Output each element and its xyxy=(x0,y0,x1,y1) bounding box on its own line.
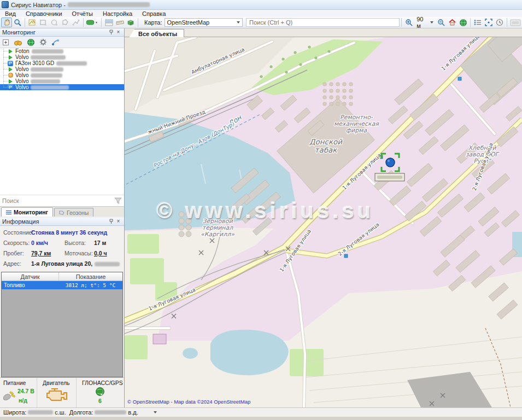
map-image[interactable]: ДонРостов-на-Дону - Азов (ДонТур)Амбулат… xyxy=(125,37,522,407)
menu-view[interactable]: Вид xyxy=(0,10,21,17)
expand-all-icon[interactable] xyxy=(2,39,9,46)
pan-tool-button[interactable] xyxy=(1,18,12,27)
globe-icon xyxy=(459,19,467,27)
power-label: Питание xyxy=(3,380,26,386)
show-all-objects-button[interactable] xyxy=(458,18,468,27)
sensor-row-selected[interactable]: Топливо 3812 л; t°: 5 °C xyxy=(2,281,122,289)
close-icon[interactable]: × xyxy=(115,218,122,225)
engine-hours-label: Моточасы: xyxy=(64,250,93,256)
route-tool-button[interactable] xyxy=(71,18,81,27)
tree-item-vehicle[interactable]: Volvo xyxy=(0,72,124,78)
menu-reports[interactable]: Отчёты xyxy=(67,10,98,17)
speed-label: Скорость: xyxy=(3,240,30,246)
map-provider-label: Карта: xyxy=(144,19,162,26)
minimap-button[interactable] xyxy=(509,18,522,27)
tree-item-vehicle[interactable]: Foton xyxy=(0,48,124,54)
pin-icon[interactable] xyxy=(108,218,115,225)
menu-help[interactable]: Справка xyxy=(137,10,171,17)
power-status: н/д xyxy=(19,397,27,404)
rectangle-zone-icon xyxy=(39,19,47,26)
longitude-units: в.д. xyxy=(128,409,138,416)
history-time-button[interactable] xyxy=(494,18,505,27)
engine-hours-value[interactable]: 0,0 ч xyxy=(94,250,107,256)
zoom-out-icon xyxy=(437,19,445,27)
gps-label: ГЛОНАСС/GPS xyxy=(82,380,123,386)
menu-directories[interactable]: Справочники xyxy=(21,10,67,17)
track-color-button[interactable] xyxy=(85,18,99,27)
info-panel-title: Информация xyxy=(2,218,39,225)
object-list-button[interactable] xyxy=(472,18,483,27)
mileage-value[interactable]: 79,7 км xyxy=(31,250,51,256)
zoom-out-button[interactable] xyxy=(436,18,447,27)
zoom-scale-dropdown[interactable]: 90 м xyxy=(414,16,436,29)
vehicle-info-panel: Состояние: Стоянка 8 минут 36 секунд Ско… xyxy=(0,226,124,272)
close-icon[interactable]: × xyxy=(115,29,122,36)
magnifier-icon xyxy=(14,19,21,26)
power-gauge: Питание 24.7 В н/д xyxy=(0,378,37,408)
polyline-route-icon xyxy=(72,19,80,26)
route-points-icon[interactable] xyxy=(51,38,60,46)
svg-text:«Каргилл»: «Каргилл» xyxy=(201,231,234,238)
geozone-rect-button[interactable] xyxy=(38,18,49,27)
longitude-label: Долгота: xyxy=(69,409,93,416)
tab-monitoring[interactable]: Мониторинг xyxy=(1,207,53,217)
application-window: Сириус Навигатор - Вид Справочники Отчёт… xyxy=(0,0,522,420)
latitude-units: с.ш. xyxy=(55,409,66,416)
zoom-tool-button[interactable] xyxy=(12,18,23,27)
pin-icon[interactable] xyxy=(108,29,115,36)
monitoring-panel-header: Мониторинг × xyxy=(0,28,124,37)
sensor-name: Топливо xyxy=(2,281,58,289)
column-reading[interactable]: Показание xyxy=(59,272,122,281)
title-bar: Сириус Навигатор - xyxy=(0,0,522,10)
state-value: Стоянка 8 минут 36 секунд xyxy=(31,229,107,236)
filter-funnel-icon[interactable] xyxy=(114,197,122,204)
tree-toolbar xyxy=(0,37,124,48)
tree-item-vehicle[interactable]: Volvo xyxy=(0,78,124,84)
zoom-in-button[interactable] xyxy=(403,18,414,27)
map-edit-icon xyxy=(28,19,36,26)
map-tab-all-objects[interactable]: Все объекты xyxy=(129,29,184,38)
binoculars-icon[interactable] xyxy=(14,39,22,46)
tree-item-vehicle-selected[interactable]: PVolvo xyxy=(0,84,124,90)
settings-gear-icon[interactable] xyxy=(39,38,47,46)
info-panel-header: Информация × xyxy=(0,218,124,226)
map-label: Зерновойтерминал«Каргилл» xyxy=(201,218,234,238)
tree-item-vehicle[interactable]: PГАЗон 3010 GD xyxy=(0,60,124,66)
objects-box-button[interactable] xyxy=(125,18,136,27)
sidebar-tab-bar: Мониторинг Геозоны xyxy=(0,207,124,217)
monitoring-panel-title: Мониторинг xyxy=(2,29,36,36)
altitude-label: Высота: xyxy=(64,240,86,246)
main-toolbar: Карта: OpenStreetMap 90 м xyxy=(0,17,522,28)
report-panels-icon xyxy=(105,19,113,26)
list-icon xyxy=(474,19,482,26)
edit-map-button[interactable] xyxy=(27,18,38,27)
gps-satellites-count: 6 xyxy=(98,398,102,404)
tree-item-vehicle[interactable]: Volvo xyxy=(0,66,124,72)
tree-search-box[interactable]: Поиск xyxy=(0,195,124,207)
home-icon xyxy=(448,19,456,26)
green-box-icon xyxy=(127,19,134,26)
chevron-down-icon xyxy=(430,21,433,24)
menu-settings[interactable]: Настройка xyxy=(98,10,137,17)
global-search-input[interactable] xyxy=(246,18,400,27)
fit-selection-button[interactable] xyxy=(483,18,494,27)
map-provider-select[interactable]: OpenStreetMap xyxy=(165,18,243,27)
engine-gauge: Двигатель xyxy=(37,378,77,408)
address-label: Адрес: xyxy=(3,260,21,267)
geozone-polygon-button[interactable] xyxy=(60,18,71,27)
globe-icon[interactable] xyxy=(27,38,35,46)
power-plug-icon xyxy=(2,389,16,402)
app-icon xyxy=(2,1,9,8)
ruler-icon xyxy=(116,19,124,26)
tab-geozones[interactable]: Геозоны xyxy=(54,208,93,217)
column-sensor[interactable]: Датчик xyxy=(2,272,59,281)
menu-bar: Вид Справочники Отчёты Настройка Справка xyxy=(0,10,522,17)
geozone-circle-button[interactable] xyxy=(49,18,60,27)
home-view-button[interactable] xyxy=(447,18,458,27)
ruler-button[interactable] xyxy=(114,18,125,27)
chevron-down-icon[interactable] xyxy=(154,411,157,413)
window-title: Сириус Навигатор - xyxy=(11,2,66,8)
map-canvas[interactable]: ДонРостов-на-Дону - Азов (ДонТур)Амбулат… xyxy=(125,37,522,407)
tree-item-vehicle[interactable]: Volvo xyxy=(0,54,124,60)
reports-window-button[interactable] xyxy=(103,18,114,27)
